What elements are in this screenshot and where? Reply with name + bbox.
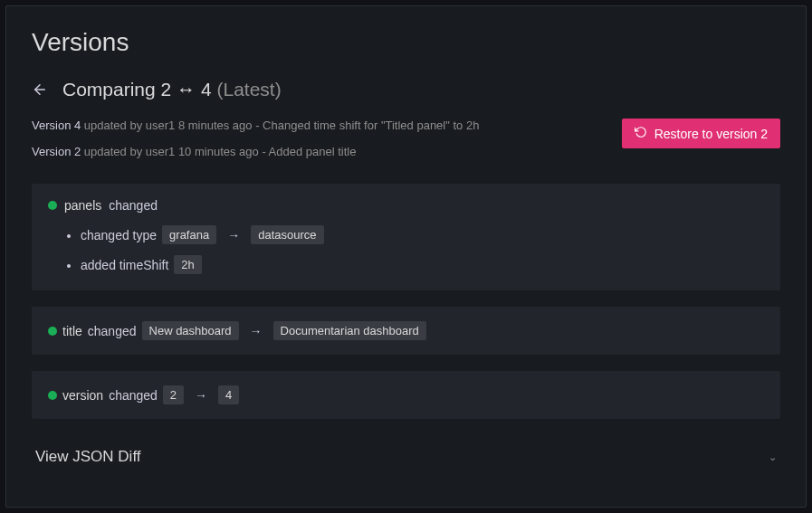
diff-block-panels: panels changed changed type grafana → da…	[32, 184, 780, 290]
compare-title: Comparing 2 ↔ 4 (Latest)	[62, 79, 282, 100]
status-dot-icon	[48, 201, 57, 210]
diff-action: changed	[109, 198, 158, 213]
version-meta-b: Version 2 updated by user1 10 minutes ag…	[32, 145, 479, 158]
status-dot-icon	[48, 327, 57, 336]
json-diff-label: View JSON Diff	[35, 448, 141, 466]
history-icon	[635, 126, 647, 141]
diff-chip: 2	[163, 385, 184, 404]
diff-chip: grafana	[162, 225, 216, 244]
latest-tag: (Latest)	[216, 79, 281, 100]
chevron-down-icon: ⌄	[769, 451, 777, 463]
page-title: Versions	[32, 28, 780, 57]
restore-button-label: Restore to version 2	[654, 127, 768, 141]
diff-block-title: title changed New dashboard → Documentar…	[32, 307, 780, 355]
view-json-diff-toggle[interactable]: View JSON Diff ⌄	[32, 435, 780, 466]
diff-chip: datasource	[251, 225, 323, 244]
diff-chip: Documentarian dashboard	[273, 321, 426, 340]
diff-action: changed	[109, 388, 158, 403]
arrow-icon: →	[189, 388, 213, 403]
diff-item: changed type grafana → datasource	[81, 225, 764, 244]
diff-item: added timeShift 2h	[81, 255, 764, 274]
diff-chip: 2h	[174, 255, 201, 274]
diff-field: version	[62, 388, 103, 403]
status-dot-icon	[48, 391, 57, 400]
diff-chip: 4	[218, 385, 239, 404]
arrow-icon: →	[222, 228, 245, 242]
diff-action: changed	[88, 324, 137, 338]
diff-chip: New dashboard	[142, 321, 239, 340]
diff-field: title	[62, 324, 82, 338]
restore-button[interactable]: Restore to version 2	[622, 119, 780, 148]
version-meta-a: Version 4 updated by user1 8 minutes ago…	[32, 119, 479, 132]
diff-field: panels	[64, 198, 101, 213]
back-arrow-icon[interactable]	[32, 81, 48, 98]
compare-header: Comparing 2 ↔ 4 (Latest)	[32, 79, 780, 100]
diff-block-version: version changed 2 → 4	[32, 371, 780, 419]
arrow-icon: →	[244, 324, 268, 338]
